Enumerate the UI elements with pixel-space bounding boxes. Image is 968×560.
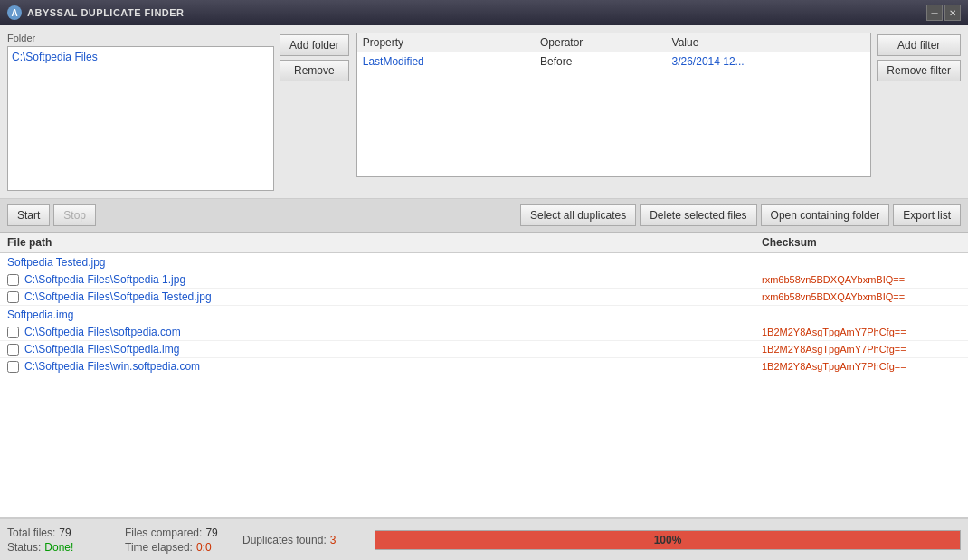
file-path: C:\Softpedia Files\softpedia.com [24,326,762,338]
time-elapsed-item: Time elapsed: 0:0 [125,541,242,554]
folder-section: Folder C:\Softpedia Files Add folder Rem… [7,33,349,191]
result-row: C:\Softpedia Files\softpedia.com 1B2M2Y8… [0,324,968,341]
col-checksum-header: Checksum [762,236,961,249]
folder-list: C:\Softpedia Files [7,46,274,191]
status-col-2: Files compared: 79 Time elapsed: 0:0 [125,527,242,554]
file-checksum: rxm6b58vn5BDXQAYbxmBIQ== [762,291,961,302]
status-value: Done! [44,541,73,554]
filter-section: Property Operator Value LastModified Bef… [356,33,961,191]
select-all-duplicates-button[interactable]: Select all duplicates [520,204,636,226]
delete-selected-button[interactable]: Delete selected files [640,204,756,226]
files-compared-label: Files compared: [125,527,202,539]
total-files-label: Total files: [7,527,55,539]
files-compared-value: 79 [205,527,217,539]
export-list-button[interactable]: Export list [893,204,961,226]
file-path: C:\Softpedia Files\Softpedia.img [24,343,762,356]
folder-header: Folder [7,33,274,43]
file-path: C:\Softpedia Files\Softpedia Tested.jpg [24,290,762,303]
app-title: ABYSSAL DUPLICATE FINDER [27,7,185,18]
result-row: C:\Softpedia Files\Softpedia 1.jpg rxm6b… [0,271,968,289]
file-checksum: 1B2M2Y8AsgTpgAmY7PhCfg== [762,361,961,372]
status-label: Status: [7,541,41,554]
file-checksum: 1B2M2Y8AsgTpgAmY7PhCfg== [762,344,961,355]
total-files-value: 79 [59,527,71,539]
window-controls: ─ ✕ [926,5,961,21]
filter-table-wrapper: Property Operator Value LastModified Bef… [356,33,872,177]
title-bar: A ABYSSAL DUPLICATE FINDER ─ ✕ [0,0,968,25]
top-panel: Folder C:\Softpedia Files Add folder Rem… [0,25,968,199]
status-col-1: Total files: 79 Status: Done! [7,527,125,554]
file-checkbox[interactable] [7,344,19,356]
time-elapsed-label: Time elapsed: [125,541,193,554]
total-files-item: Total files: 79 [7,527,125,539]
app-icon: A [7,5,22,20]
status-item: Status: Done! [7,541,125,554]
filter-property: LastModified [357,52,535,71]
stop-button[interactable]: Stop [53,204,96,226]
result-row: C:\Softpedia Files\Softpedia Tested.jpg … [0,289,968,306]
progress-label: 100% [654,534,682,546]
file-checkbox[interactable] [7,274,19,286]
folder-buttons: Add folder Remove [280,33,349,191]
col-value: Value [667,33,871,52]
start-button[interactable]: Start [7,204,50,226]
file-checkbox[interactable] [7,291,19,303]
filter-table: Property Operator Value LastModified Bef… [357,33,871,71]
file-checksum: rxm6b58vn5BDXQAYbxmBIQ== [762,274,961,285]
add-folder-button[interactable]: Add folder [280,34,349,56]
open-containing-folder-button[interactable]: Open containing folder [761,204,890,226]
group-header-1: Softpedia Tested.jpg [0,253,968,271]
file-checkbox[interactable] [7,327,19,338]
duplicates-label: Duplicates found: [242,534,327,546]
filter-value: 3/26/2014 12... [667,52,871,71]
result-row: C:\Softpedia Files\Softpedia.img 1B2M2Y8… [0,341,968,358]
status-col-3: Duplicates found: 3 [242,534,360,546]
remove-folder-button[interactable]: Remove [280,60,349,81]
results-header: File path Checksum [0,233,968,253]
col-operator: Operator [535,33,667,52]
time-elapsed-value: 0:0 [196,541,212,554]
filter-buttons: Add filter Remove filter [877,33,961,191]
duplicates-value: 3 [330,534,337,546]
filter-operator: Before [535,52,667,71]
col-path-header: File path [7,236,762,249]
toolbar: Start Stop Select all duplicates Delete … [0,199,968,233]
toolbar-right: Select all duplicates Delete selected fi… [520,204,961,226]
file-checksum: 1B2M2Y8AsgTpgAmY7PhCfg== [762,327,961,337]
col-property: Property [357,33,535,52]
status-bar: Total files: 79 Status: Done! Files comp… [0,518,968,560]
files-compared-item: Files compared: 79 [125,527,242,539]
duplicates-found-item: Duplicates found: 3 [242,534,360,546]
file-checkbox[interactable] [7,361,19,373]
close-button[interactable]: ✕ [944,5,961,21]
filter-row: LastModified Before 3/26/2014 12... [357,52,871,71]
minimize-button[interactable]: ─ [926,5,943,21]
progress-bar-wrapper: 100% [375,530,961,550]
result-row: C:\Softpedia Files\win.softpedia.com 1B2… [0,358,968,375]
toolbar-left: Start Stop [7,204,96,226]
file-path: C:\Softpedia Files\Softpedia 1.jpg [24,273,762,286]
file-path: C:\Softpedia Files\win.softpedia.com [24,360,762,373]
results-area: File path Checksum Softpedia Tested.jpg … [0,233,968,518]
remove-filter-button[interactable]: Remove filter [877,60,961,81]
add-filter-button[interactable]: Add filter [877,34,961,56]
folder-item: C:\Softpedia Files [12,51,270,63]
group-header-2: Softpedia.img [0,306,968,324]
